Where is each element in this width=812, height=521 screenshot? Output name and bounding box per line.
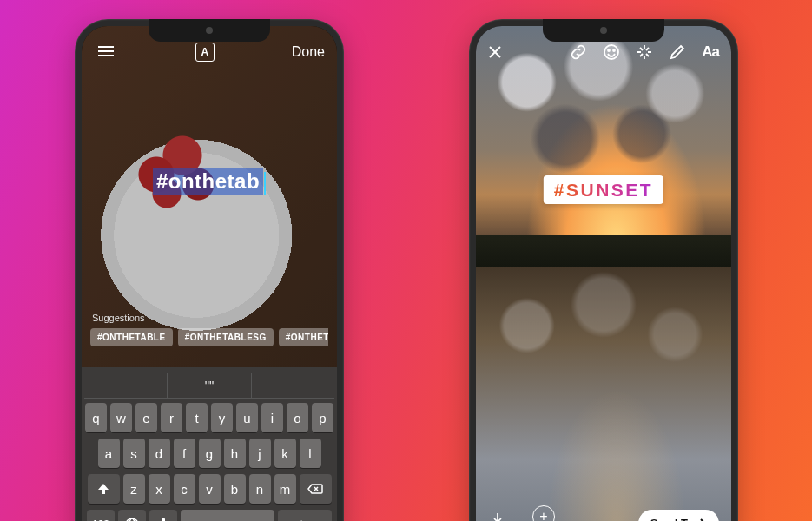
download-icon (489, 511, 506, 521)
svg-point-13 (613, 49, 615, 51)
candidate[interactable] (252, 373, 334, 398)
story-preview-screen: Aa #SUNSET Save + Your Story Send To (476, 26, 731, 521)
send-to-label: Send To (650, 517, 694, 522)
key-dictation[interactable] (149, 510, 177, 521)
key-e[interactable]: e (135, 403, 157, 432)
key-g[interactable]: g (199, 439, 221, 468)
story-tools: Aa (568, 42, 721, 63)
suggestion-chip[interactable]: #ONTHETABLE (90, 328, 173, 346)
phone-left: A Done #onthetab Suggestions #ONTHETABLE… (75, 19, 344, 521)
suggestions-label: Suggestions (90, 313, 328, 323)
key-shift[interactable] (88, 474, 120, 504)
done-button[interactable]: Done (292, 44, 325, 60)
key-r[interactable]: r (161, 403, 182, 432)
link-icon (569, 43, 588, 62)
candidate[interactable]: "" (168, 373, 251, 398)
shift-icon (96, 482, 110, 496)
key-j[interactable]: j (249, 439, 271, 468)
keyboard-row-2: a s d f g h j k l (84, 439, 334, 468)
key-b[interactable]: b (224, 474, 246, 504)
hashtag-hash: # (554, 180, 566, 200)
key-emoji[interactable] (118, 510, 146, 521)
plus-circle-icon: + (532, 505, 555, 521)
your-story-button[interactable]: + Your Story (524, 505, 564, 521)
key-z[interactable]: z (123, 474, 145, 504)
software-keyboard: "" q w e r t y u i o p a s d f g h (82, 367, 337, 521)
pencil-icon (668, 43, 687, 62)
text-align-button[interactable] (94, 40, 118, 64)
keyboard-row-3: z x c v b n m (84, 474, 334, 504)
keyboard-candidate-bar: "" (84, 373, 334, 399)
key-i[interactable]: i (261, 403, 283, 432)
suggestions-panel: Suggestions #ONTHETABLE #ONTHETABLESG #O… (82, 313, 337, 346)
key-f[interactable]: f (174, 439, 195, 468)
keyboard-row-4: 123 space return (84, 510, 334, 521)
photo-water (476, 251, 731, 521)
key-return[interactable]: return (278, 510, 332, 521)
key-w[interactable]: w (110, 403, 132, 432)
photo-treeline (476, 235, 731, 267)
hashtag-word: SUNSET (566, 180, 653, 200)
save-button[interactable]: Save (488, 511, 508, 521)
suggestion-chip[interactable]: #ONTHETABLESG (178, 328, 274, 346)
key-t[interactable]: t (186, 403, 208, 432)
phone-notch (149, 19, 270, 42)
key-h[interactable]: h (224, 439, 246, 468)
text-cursor (264, 172, 266, 195)
keyboard-row-1: q w e r t y u i o p (84, 403, 334, 432)
globe-icon (124, 517, 140, 521)
align-icon (96, 44, 116, 60)
key-n[interactable]: n (249, 474, 271, 504)
phone-right: Aa #SUNSET Save + Your Story Send To (469, 19, 738, 521)
key-space[interactable]: space (181, 510, 274, 521)
sticker-icon (602, 43, 621, 62)
sparkle-icon (635, 43, 654, 62)
candidate[interactable] (84, 373, 168, 398)
key-c[interactable]: c (174, 474, 195, 504)
close-icon (486, 43, 504, 61)
story-editor-screen: A Done #onthetab Suggestions #ONTHETABLE… (82, 26, 337, 521)
bottom-left-group: Save + Your Story (488, 505, 564, 521)
mic-icon (158, 517, 168, 521)
suggestion-chips: #ONTHETABLE #ONTHETABLESG #ONTHETAB # (90, 328, 328, 346)
backspace-icon (307, 483, 323, 495)
key-u[interactable]: u (236, 403, 258, 432)
key-q[interactable]: q (85, 403, 107, 432)
svg-point-12 (608, 49, 610, 51)
key-v[interactable]: v (199, 474, 221, 504)
suggestion-chip[interactable]: #ONTHETAB (279, 328, 328, 346)
story-bottom-bar: Save + Your Story Send To (476, 505, 731, 521)
svg-rect-7 (162, 518, 165, 521)
key-s[interactable]: s (123, 439, 145, 468)
sticker-button[interactable] (601, 42, 622, 63)
text-button[interactable]: Aa (700, 42, 721, 63)
phone-notch (543, 19, 664, 42)
hashtag-text-input[interactable]: #onthetab (82, 169, 337, 195)
close-button[interactable] (486, 43, 504, 61)
key-d[interactable]: d (149, 439, 170, 468)
link-button[interactable] (568, 42, 589, 63)
key-a[interactable]: a (98, 439, 120, 468)
key-k[interactable]: k (274, 439, 296, 468)
key-backspace[interactable] (300, 474, 332, 504)
key-o[interactable]: o (287, 403, 308, 432)
draw-button[interactable] (667, 42, 688, 63)
key-y[interactable]: y (211, 403, 233, 432)
key-p[interactable]: p (312, 403, 333, 432)
effects-button[interactable] (634, 42, 655, 63)
font-style-button[interactable]: A (195, 43, 215, 62)
key-numbers[interactable]: 123 (87, 510, 115, 521)
key-x[interactable]: x (149, 474, 170, 504)
hashtag-sticker[interactable]: #SUNSET (544, 175, 663, 204)
hashtag-text: #onthetab (153, 168, 263, 195)
align-glyph: A (201, 46, 209, 58)
send-to-button[interactable]: Send To (638, 510, 719, 522)
key-m[interactable]: m (274, 474, 296, 504)
key-l[interactable]: l (300, 439, 321, 468)
